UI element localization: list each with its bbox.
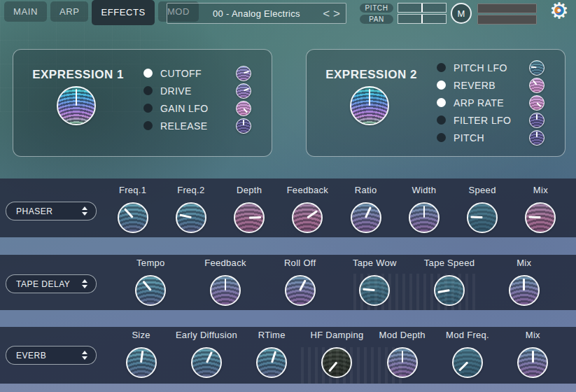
knob-pointer (143, 281, 152, 290)
slot-label: FILTER LFO (454, 115, 529, 126)
pan-slider[interactable] (398, 14, 447, 24)
fx-knob-speed[interactable] (467, 202, 498, 233)
pitch-slider[interactable] (398, 3, 447, 13)
slot-knob-pitch[interactable] (529, 130, 545, 146)
chevron-left-icon[interactable]: < (322, 8, 330, 20)
slot-knob-cutoff[interactable] (236, 66, 251, 81)
tab-effects[interactable]: EFFECTS (92, 0, 154, 25)
chevron-right-icon[interactable]: > (332, 8, 341, 20)
fx-knob-roll-off[interactable] (285, 275, 316, 306)
fx-knob-ratio[interactable] (351, 202, 381, 233)
pan-slider-handle[interactable] (421, 15, 423, 23)
preset-selector[interactable]: 00 - Analog Electrics < > (167, 3, 346, 24)
knob-label: RTime (258, 330, 286, 341)
knob-cell-mix: Mix (512, 181, 570, 233)
tab-arp[interactable]: ARP (50, 1, 89, 22)
knob-label: HF Damping (311, 330, 364, 341)
fx-knobs-everb: SizeEarly DiffusionRTimeHF DampingMod De… (108, 328, 566, 378)
expression-slot-filter-lfo: FILTER LFO (437, 111, 545, 129)
slot-knob-reverb[interactable] (529, 78, 545, 93)
fx-knob-freq-2[interactable] (176, 202, 206, 233)
slot-knob-filter-lfo[interactable] (529, 113, 545, 128)
knob-pointer (533, 80, 538, 85)
knob-cell-size: Size (108, 328, 174, 378)
knob-pointer (536, 132, 538, 137)
fx-knob-early-diffusion[interactable] (191, 347, 222, 378)
fx-knob-rtime[interactable] (256, 347, 287, 378)
fx-knob-depth[interactable] (234, 202, 265, 233)
slot-radio-arp-rate[interactable] (437, 98, 446, 107)
slot-knob-release[interactable] (236, 118, 251, 134)
expression-slot-reverb: REVERB (437, 76, 545, 94)
preset-name: 00 - Analog Electrics (213, 8, 300, 19)
expression-slot-cutoff: CUTOFF (143, 64, 251, 82)
knob-label: Ratio (355, 185, 377, 196)
fx-selector-label: PHASER (6, 206, 82, 216)
pitch-slider-handle[interactable] (421, 4, 423, 12)
slot-knob-drive[interactable] (236, 83, 251, 99)
slot-radio-pitch-lfo[interactable] (437, 63, 446, 72)
knob-pointer (225, 279, 227, 290)
fx-selector-everb[interactable]: EVERB (6, 346, 97, 365)
knob-pointer (536, 114, 538, 120)
fx-knob-mod-freq[interactable] (452, 347, 483, 378)
master-m-button[interactable]: M (451, 3, 472, 24)
fx-knob-tape-speed[interactable] (434, 275, 465, 306)
fx-knob-hf-damping[interactable] (321, 347, 352, 378)
knob-pointer (437, 290, 449, 293)
display-bar-bottom (477, 15, 537, 24)
knob-label: Depth (237, 185, 262, 196)
expression-1-left: EXPRESSION 1 (13, 50, 143, 156)
slot-label: GAIN LFO (160, 103, 236, 114)
knob-pointer (532, 351, 534, 363)
fx-selector-tape-delay[interactable]: TAPE DELAY (6, 274, 97, 293)
updown-arrows-icon (82, 351, 87, 360)
fx-knob-size[interactable] (126, 347, 157, 378)
fx-knob-mix[interactable] (517, 347, 548, 378)
knob-label: Width (412, 185, 437, 196)
fx-knob-mod-depth[interactable] (387, 347, 418, 378)
knob-cell-tape-speed: Tape Speed (412, 256, 487, 306)
fx-knob-width[interactable] (409, 202, 440, 233)
fx-knob-mix[interactable] (509, 275, 540, 306)
expression-2-knob[interactable] (350, 86, 389, 125)
expression-2-title: EXPRESSION 2 (307, 68, 436, 82)
settings-button[interactable]: ⚙ (547, 0, 572, 25)
pan-row: PAN (360, 14, 447, 24)
slot-radio-filter-lfo[interactable] (437, 115, 446, 125)
slot-radio-cutoff[interactable] (143, 69, 153, 78)
fx-knob-freq-1[interactable] (118, 202, 148, 233)
display-bars (477, 4, 537, 24)
slot-radio-reverb[interactable] (437, 80, 446, 90)
knob-label: Mix (533, 185, 548, 196)
knob-pointer (244, 71, 250, 74)
knob-label: Roll Off (284, 258, 316, 269)
pitch-row: PITCH (360, 3, 447, 13)
expression-panel-1: EXPRESSION 1 CUTOFFDRIVEGAIN LFORELEASE (13, 49, 272, 157)
fx-knob-feedback[interactable] (210, 275, 241, 306)
fx-knob-tape-wow[interactable] (359, 275, 390, 306)
knob-label: Mod Freq. (446, 330, 489, 341)
slot-knob-pitch-lfo[interactable] (529, 60, 545, 76)
knob-label: Feedback (287, 185, 329, 196)
slot-radio-drive[interactable] (143, 86, 153, 95)
knob-label: Mix (526, 330, 540, 341)
slot-knob-arp-rate[interactable] (529, 95, 545, 111)
knob-pointer (458, 362, 468, 372)
slot-radio-gain-lfo[interactable] (143, 104, 153, 113)
fx-selector-phaser[interactable]: PHASER (6, 202, 97, 220)
fx-knob-tempo[interactable] (135, 275, 166, 306)
slot-knob-gain-lfo[interactable] (236, 101, 251, 116)
expression-slot-release: RELEASE (143, 117, 251, 134)
fx-knob-feedback[interactable] (292, 202, 323, 233)
knob-pointer (423, 206, 426, 218)
divider-band-2 (0, 310, 576, 327)
slot-radio-pitch[interactable] (437, 133, 446, 142)
fx-knob-mix[interactable] (525, 202, 556, 233)
knob-label: Tempo (136, 258, 165, 269)
slot-radio-release[interactable] (143, 121, 153, 130)
knob-label: Tape Wow (353, 258, 397, 269)
tab-main[interactable]: MAIN (4, 1, 47, 22)
knob-pointer (531, 66, 538, 69)
expression-1-knob[interactable] (57, 86, 96, 125)
